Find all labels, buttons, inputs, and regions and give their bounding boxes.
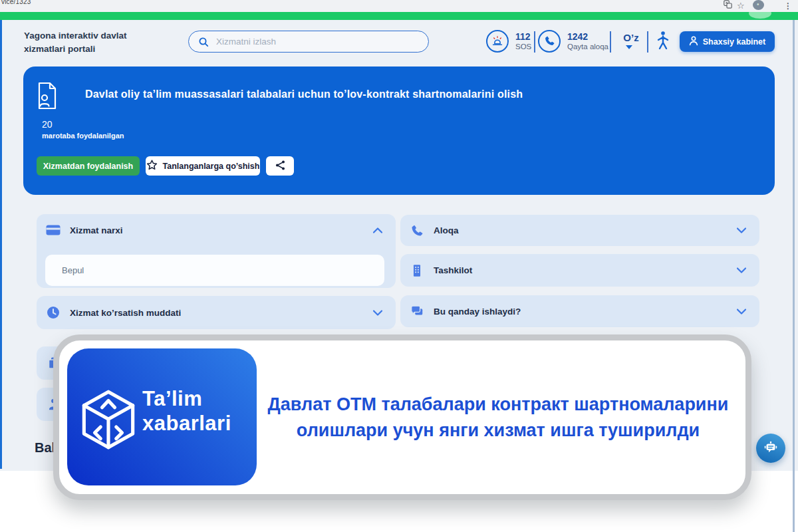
share-icon <box>275 160 286 173</box>
phone-icon <box>538 30 561 53</box>
translate-icon[interactable] <box>724 0 732 12</box>
accordion-service-duration[interactable]: Xizmat ko’rsatish muddati <box>37 296 396 329</box>
accessibility-icon[interactable] <box>656 31 670 53</box>
alarm-icon <box>486 30 509 53</box>
share-button[interactable] <box>266 156 294 176</box>
avatar-glow <box>749 12 771 19</box>
emergency-contact[interactable]: 112 SOS <box>486 30 531 53</box>
add-favorites-button[interactable]: Tanlanganlarga qo’shish <box>146 156 260 176</box>
search-box[interactable] <box>188 31 429 53</box>
service-banner: Davlat oliy ta’lim muassasalari talabala… <box>23 66 775 195</box>
credit-card-icon <box>45 222 61 238</box>
browser-chrome: vice/1323 ☆ • ⋮ <box>0 0 798 12</box>
search-input[interactable] <box>215 36 419 47</box>
document-person-icon <box>37 82 58 112</box>
talim-xabarlari-logo: Ta’lim xabarlari <box>67 348 257 485</box>
personal-cabinet-button[interactable]: Shaxsiy kabinet <box>680 31 775 52</box>
chevron-down-icon[interactable] <box>737 267 746 273</box>
star-icon <box>146 160 158 172</box>
avatar[interactable]: • <box>753 0 764 10</box>
accordion-service-price[interactable]: Xizmat narxi Bepul <box>37 214 396 288</box>
chat-icon <box>409 303 425 319</box>
building-icon <box>409 263 425 279</box>
chevron-down-icon[interactable] <box>373 310 382 316</box>
portal-title: Yagona interaktiv davlat xizmatlari port… <box>24 29 164 55</box>
chevron-down-icon[interactable] <box>737 227 746 233</box>
usage-count: 20 <box>42 119 53 130</box>
url-fragment: vice/1323 <box>1 0 31 5</box>
callback-contact[interactable]: 1242 Qayta aloqa <box>538 30 608 53</box>
chevron-down-icon[interactable] <box>737 309 746 315</box>
browser-menu-icon[interactable]: ⋮ <box>784 0 792 12</box>
accordion-organization[interactable]: Tashkilot <box>400 254 759 287</box>
scrollbar[interactable] <box>793 20 795 532</box>
chatbot-icon <box>763 440 778 457</box>
bookmark-star-icon[interactable]: ☆ <box>737 0 745 12</box>
top-green-bar <box>0 12 798 20</box>
news-message: Давлат ОТМ талабалари контракт шартномал… <box>265 392 731 443</box>
language-selector[interactable]: O’z <box>620 32 642 43</box>
search-icon <box>198 37 209 47</box>
cube-logo-icon <box>79 384 138 458</box>
service-price-value: Bepul <box>45 255 384 286</box>
phone-icon <box>409 223 425 239</box>
usage-label: marotaba foydalanilgan <box>42 132 124 140</box>
header-divider <box>647 31 648 53</box>
news-overlay-card[interactable]: Ta’lim xabarlari Давлат ОТМ талабалари к… <box>53 334 751 500</box>
left-edge-stripe <box>0 20 2 469</box>
header-divider <box>534 31 535 53</box>
header-divider <box>610 31 611 53</box>
screen: vice/1323 ☆ • ⋮ Yagona interaktiv davlat… <box>0 0 798 532</box>
use-service-button[interactable]: Xizmatdan foydalanish <box>37 156 140 176</box>
accordion-contact[interactable]: Aloqa <box>400 215 759 246</box>
chevron-up-icon[interactable] <box>373 227 382 233</box>
service-title: Davlat oliy ta’lim muassasalari talabala… <box>85 88 757 100</box>
chatbot-button[interactable] <box>756 434 785 463</box>
user-icon <box>689 36 698 48</box>
chevron-down-icon[interactable] <box>626 45 632 49</box>
clock-icon <box>45 305 61 321</box>
accordion-how-it-works[interactable]: Bu qanday ishlaydi? <box>400 295 759 327</box>
